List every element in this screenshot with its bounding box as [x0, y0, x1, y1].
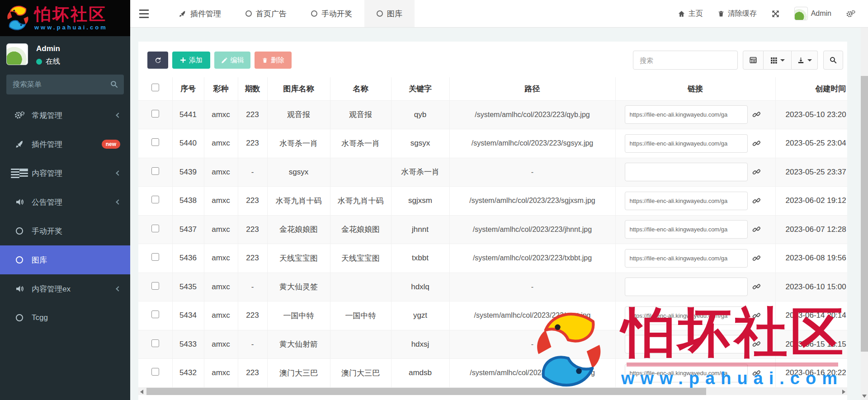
link-input[interactable] [625, 249, 748, 268]
row-checkbox[interactable] [151, 282, 159, 290]
clear-cache-link[interactable]: 清除缓存 [717, 9, 757, 19]
trash-icon [717, 10, 725, 18]
sidebar-menu-search-input[interactable] [6, 75, 124, 94]
cell-link [615, 244, 775, 273]
chain-link-icon[interactable] [752, 139, 761, 148]
toggle-view-button[interactable] [743, 51, 764, 70]
col-header-path[interactable]: 路径 [449, 77, 615, 100]
sidebar-item-general[interactable]: 常规管理 [0, 101, 130, 130]
select-all-checkbox[interactable] [151, 84, 159, 91]
scroll-right-arrow-icon[interactable] [842, 390, 845, 394]
table-row[interactable]: 5441 amxc 223 观音报 观音报 qyb /system/amlhc/… [138, 100, 847, 129]
table-search-input[interactable] [633, 51, 738, 70]
row-checkbox[interactable] [151, 311, 159, 318]
tab-manual-draw[interactable]: 手动开奖 [299, 0, 364, 27]
table-row[interactable]: 5437 amxc 223 金花娘娘图 金花娘娘图 jhnnt /system/… [138, 215, 847, 244]
chain-link-icon[interactable] [752, 254, 761, 263]
add-button[interactable]: 添加 [172, 52, 210, 69]
sidebar-item-content[interactable]: 内容管理 [0, 159, 130, 188]
search-toggle-button[interactable] [823, 51, 843, 70]
link-input[interactable] [625, 163, 748, 181]
cell-id: 5432 [172, 359, 204, 388]
row-checkbox[interactable] [151, 253, 159, 261]
vertical-scroll-thumb[interactable] [861, 76, 868, 352]
columns-dropdown-button[interactable] [764, 51, 792, 70]
col-header-gallery-name[interactable]: 图库名称 [267, 77, 330, 100]
tab-label: 手动开奖 [321, 9, 352, 19]
sidebar-item-content-ex[interactable]: 内容管理ex [0, 274, 130, 303]
gears-icon[interactable] [846, 9, 855, 18]
tab-plugins[interactable]: 插件管理 [166, 0, 233, 27]
chain-link-icon[interactable] [752, 196, 761, 206]
edit-button[interactable]: 编辑 [214, 52, 250, 69]
select-all-header [138, 77, 172, 100]
table-row[interactable]: 5440 amxc 223 水哥杀一肖 水哥杀一肖 sgsyx /system/… [138, 129, 847, 158]
delete-button[interactable]: 删除 [255, 52, 292, 69]
chain-link-icon[interactable] [752, 311, 761, 320]
scroll-left-arrow-icon[interactable] [140, 390, 143, 394]
row-checkbox[interactable] [151, 110, 159, 118]
toolbar: 添加 编辑 删除 [147, 52, 292, 69]
sidebar-item-announcement[interactable]: 公告管理 [0, 188, 130, 216]
sidebar-item-gallery[interactable]: 图库 [0, 245, 130, 274]
fullscreen-icon[interactable] [771, 9, 780, 18]
col-header-created[interactable]: 创建时间 [775, 77, 847, 100]
col-header-name[interactable]: 名称 [330, 77, 391, 100]
chain-link-icon[interactable] [752, 167, 761, 177]
sidebar-item-label: 公告管理 [32, 197, 62, 207]
chain-link-icon[interactable] [752, 225, 761, 234]
sidebar-item-plugins[interactable]: 插件管理 new [0, 130, 130, 159]
row-checkbox[interactable] [151, 339, 159, 347]
cell-link [615, 359, 775, 388]
col-header-lottery[interactable]: 彩种 [204, 77, 238, 100]
link-input[interactable] [625, 192, 748, 210]
link-input[interactable] [625, 278, 748, 296]
col-header-period[interactable]: 期数 [238, 77, 267, 100]
delete-label: 删除 [271, 56, 284, 65]
cell-created: 2023-06-02 19:12 [775, 187, 847, 216]
row-checkbox[interactable] [151, 167, 159, 175]
chain-link-icon[interactable] [752, 368, 761, 378]
sidebar-item-manual-draw[interactable]: 手动开奖 [0, 216, 130, 245]
table-row[interactable]: 5438 amxc 223 水哥九肖十码 水哥九肖十码 sgjxsm /syst… [138, 187, 847, 216]
tab-home-ads[interactable]: 首页广告 [233, 0, 299, 27]
table-view-controls [743, 51, 818, 70]
sidebar-item-tcgg[interactable]: Tcgg [0, 303, 130, 332]
tab-gallery[interactable]: 图库 [364, 0, 415, 27]
col-header-id[interactable]: 序号 [172, 77, 204, 100]
chain-link-icon[interactable] [752, 282, 761, 292]
home-link[interactable]: 主页 [678, 9, 703, 19]
link-input[interactable] [625, 220, 748, 239]
avatar [6, 43, 28, 65]
col-header-link[interactable]: 链接 [615, 77, 775, 100]
table-row[interactable]: 5436 amxc 223 天线宝宝图 天线宝宝图 txbbt /system/… [138, 244, 847, 273]
link-input[interactable] [625, 335, 748, 353]
cell-name: 一国中特 [330, 301, 391, 330]
row-checkbox[interactable] [151, 138, 159, 146]
hamburger-icon[interactable] [130, 8, 157, 19]
table-row[interactable]: 5439 amxc - sgsyx 水哥杀一肖 - 2023-05-25 23:… [138, 158, 847, 187]
chain-link-icon[interactable] [752, 339, 761, 349]
vertical-scrollbar[interactable] [861, 28, 868, 400]
export-dropdown-button[interactable] [792, 51, 818, 70]
table-row[interactable]: 5435 amxc - 黄大仙灵签 hdxlq - 2023-06-10 15:… [138, 273, 847, 301]
horizontal-scrollbar[interactable] [138, 388, 847, 395]
link-input[interactable] [625, 364, 748, 382]
table-row[interactable]: 5432 amxc 223 澳门大三巴 澳门大三巴 amdsb /system/… [138, 359, 847, 388]
row-checkbox[interactable] [151, 225, 159, 232]
link-input[interactable] [625, 306, 748, 325]
scroll-down-arrow-icon[interactable] [862, 395, 867, 398]
table-row[interactable]: 5434 amxc 223 一国中特 一国中特 ygzt /system/aml… [138, 301, 847, 330]
chain-link-icon[interactable] [752, 110, 761, 119]
table-row[interactable]: 5433 amxc - 黄大仙射箭 hdxsj - 2023-06-15 13:… [138, 330, 847, 359]
link-input[interactable] [625, 134, 748, 153]
horizontal-scroll-thumb[interactable] [146, 388, 706, 395]
row-checkbox[interactable] [151, 196, 159, 203]
link-input[interactable] [625, 105, 748, 124]
col-header-keyword[interactable]: 关键字 [391, 77, 449, 100]
row-checkbox[interactable] [151, 368, 159, 376]
refresh-button[interactable] [147, 52, 168, 69]
user-menu[interactable]: Admin [794, 7, 831, 20]
cell-keyword: 水哥杀一肖 [391, 158, 449, 187]
brand-fish-icon [4, 4, 32, 32]
